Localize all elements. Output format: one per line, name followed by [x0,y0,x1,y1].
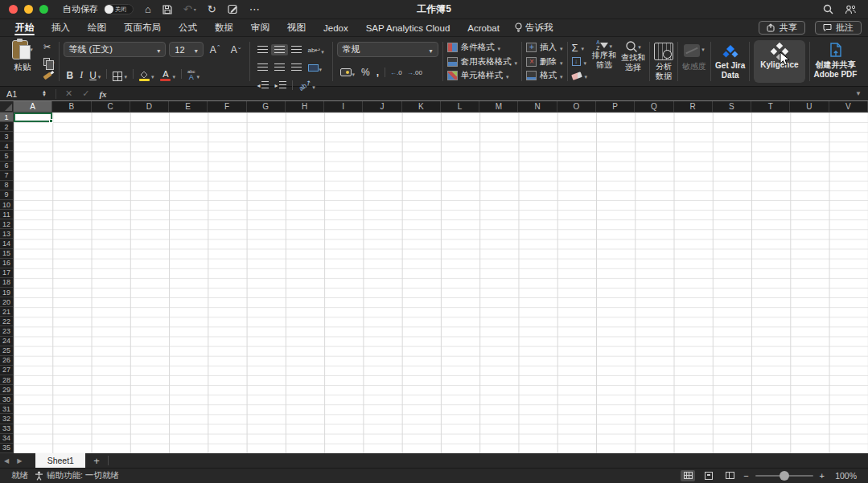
insert-function-button[interactable]: fx [94,89,111,99]
format-cells-button[interactable]: 格式 [526,69,563,82]
borders-button[interactable] [109,67,130,81]
column-header-V[interactable]: V [829,101,868,113]
name-box[interactable]: A1 [0,89,42,99]
italic-button[interactable]: I [76,67,86,81]
row-header-24[interactable]: 24 [0,337,14,346]
underline-button[interactable]: U [86,67,104,81]
sheet-tab-sheet1[interactable]: Sheet1 [35,453,85,468]
row-header-31[interactable]: 31 [0,404,14,414]
share-people-icon[interactable] [845,5,857,14]
number-format-select[interactable]: 常规 [337,42,438,57]
row-header-9[interactable]: 9 [0,190,14,200]
row-header-16[interactable]: 16 [0,259,14,268]
home-icon[interactable]: ⌂ [145,4,151,14]
delete-cells-button[interactable]: 删除 [526,55,563,68]
merge-center-button[interactable] [305,59,326,76]
more-commands-icon[interactable]: ⋯ [249,4,260,14]
row-header-5[interactable]: 5 [0,151,14,161]
row-header-12[interactable]: 12 [0,219,14,229]
tab-Acrobat[interactable]: Acrobat [459,19,508,36]
phonetic-guide-button[interactable]: abcA [184,67,203,81]
row-header-19[interactable]: 19 [0,288,14,297]
tab-页面布局[interactable]: 页面布局 [115,19,170,36]
copy-button[interactable] [43,55,55,68]
column-header-Q[interactable]: Q [635,101,673,113]
decrease-indent-button[interactable]: ◂ [254,80,272,91]
row-header-14[interactable]: 14 [0,239,14,248]
clear-button[interactable] [572,69,588,82]
row-header-20[interactable]: 20 [0,297,14,307]
font-size-select[interactable]: 12 [169,42,203,57]
column-header-D[interactable]: D [130,101,169,113]
row-header-15[interactable]: 15 [0,249,14,259]
percent-style-button[interactable]: % [358,67,373,78]
zoom-slider-knob[interactable] [780,471,789,481]
minimize-window-button[interactable] [24,5,33,14]
confirm-entry-button[interactable]: ✓ [77,88,94,99]
column-header-F[interactable]: F [208,101,246,113]
row-header-13[interactable]: 13 [0,229,14,239]
column-header-T[interactable]: T [751,101,790,113]
align-center-button[interactable] [271,62,288,73]
row-header-7[interactable]: 7 [0,171,14,181]
page-layout-view-button[interactable] [701,470,716,481]
row-header-3[interactable]: 3 [0,132,14,141]
page-break-view-button[interactable] [722,470,737,481]
cancel-entry-button[interactable]: ✕ [60,88,77,99]
accessibility-status[interactable]: 辅助功能: 一切就绪 [35,470,119,481]
decrease-decimal-button[interactable]: →.00 [405,69,425,76]
decrease-font-size-button[interactable]: A⌄ [228,44,245,55]
name-box-stepper[interactable]: ▲▼ [42,91,47,96]
spreadsheet-grid[interactable] [14,113,868,453]
zoom-level[interactable]: 100% [831,471,857,481]
conditional-formatting-button[interactable]: 条件格式 [447,41,518,54]
column-header-O[interactable]: O [557,101,596,113]
stepper-down-icon[interactable]: ▼ [42,94,47,96]
sort-filter-button[interactable]: AZ 排序和 筛选 [592,40,616,83]
row-header-23[interactable]: 23 [0,326,14,336]
sheet-nav-left-icon[interactable]: ◀ [0,457,13,465]
column-header-R[interactable]: R [674,101,713,113]
tab-Jedox[interactable]: Jedox [315,19,357,36]
column-header-I[interactable]: I [324,101,363,113]
row-header-33[interactable]: 33 [0,424,14,434]
orientation-button[interactable]: ab↗ [295,76,319,94]
row-header-18[interactable]: 18 [0,278,14,288]
print-icon[interactable] [228,4,238,14]
select-all-corner[interactable] [0,101,14,113]
row-header-28[interactable]: 28 [0,375,14,385]
close-window-button[interactable] [9,5,18,14]
font-color-button[interactable]: A [157,67,179,81]
row-header-29[interactable]: 29 [0,385,14,395]
zoom-in-button[interactable]: + [820,471,825,481]
increase-indent-button[interactable]: ▸ [272,80,290,91]
row-header-4[interactable]: 4 [0,141,14,151]
redo-icon[interactable]: ↻ [208,4,216,14]
cut-button[interactable]: ✂ [43,41,55,53]
tab-数据[interactable]: 数据 [206,19,242,36]
search-icon[interactable] [823,4,833,14]
column-header-C[interactable]: C [92,101,130,113]
column-header-B[interactable]: B [52,101,91,113]
row-header-11[interactable]: 11 [0,210,14,219]
formula-input[interactable] [112,87,849,100]
column-header-U[interactable]: U [790,101,829,113]
share-button[interactable]: 共享 [759,21,805,35]
row-header-1[interactable]: 1 [0,113,14,122]
wrap-text-button[interactable]: ab↩ [305,41,327,59]
row-header-8[interactable]: 8 [0,181,14,190]
comma-style-button[interactable]: , [373,67,382,78]
expand-formula-bar-icon[interactable]: ▼ [849,90,868,97]
normal-view-button[interactable] [681,470,695,481]
column-header-K[interactable]: K [402,101,441,113]
row-header-6[interactable]: 6 [0,162,14,171]
zoom-out-button[interactable]: − [743,471,748,481]
increase-font-size-button[interactable]: A⌃ [207,44,224,55]
tab-审阅[interactable]: 审阅 [242,19,278,36]
save-icon[interactable] [162,5,172,14]
row-header-30[interactable]: 30 [0,395,14,404]
get-jira-data-button[interactable]: Get Jira Data [715,40,745,83]
tab-SAP Analytics Cloud[interactable]: SAP Analytics Cloud [357,19,459,36]
insert-cells-button[interactable]: 插入 [526,41,563,54]
row-header-35[interactable]: 35 [0,444,14,453]
